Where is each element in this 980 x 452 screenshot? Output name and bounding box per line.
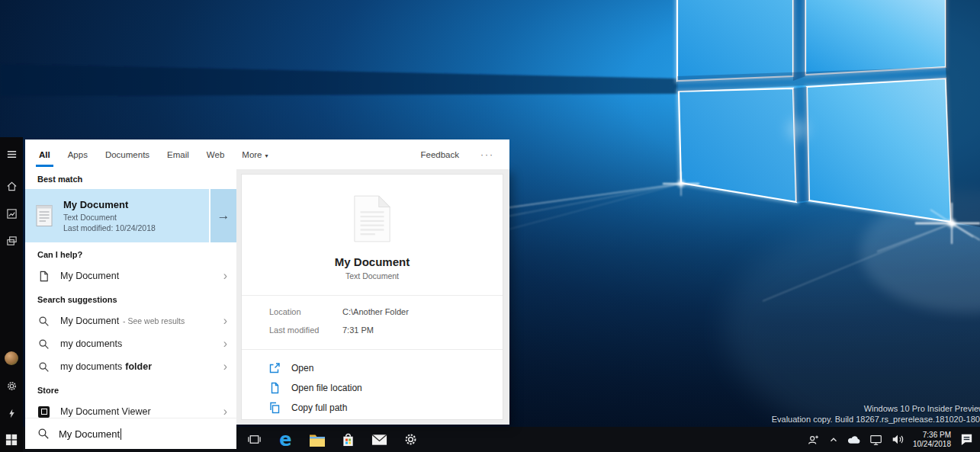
best-match-result[interactable]: My Document Text Document Last modified:… [25,189,236,242]
open-file-location-action[interactable]: Open file location [268,378,503,398]
tab-more-label: More [242,150,262,159]
search-icon [37,428,50,441]
action-center-icon [959,432,974,447]
document-outline-icon [37,270,50,283]
can-i-help-header: Can I help? [37,250,236,259]
home-icon [6,181,18,192]
chevron-right-icon: › [223,361,227,373]
rail-settings-button[interactable] [0,372,23,399]
taskbar-app-icons: e [239,427,426,452]
rail-home-button[interactable] [0,172,23,200]
power-bolt-icon [7,409,17,418]
suggestion-item[interactable]: my documents folder › [25,355,236,378]
tab-all[interactable]: All [39,150,50,159]
best-match-subtitle: Text Document [63,213,156,222]
settings-button[interactable] [395,427,426,452]
tab-email[interactable]: Email [167,150,189,159]
mail-icon [371,434,387,446]
tab-apps[interactable]: Apps [68,150,88,159]
detail-subtitle: Text Document [242,271,503,280]
edge-button[interactable]: e [270,427,301,452]
tab-documents-label: Documents [105,150,149,159]
task-view-button[interactable] [239,427,270,452]
search-input-value: My Document [59,428,120,440]
action-label: Copy full path [291,402,347,413]
rail-apps-button[interactable] [0,227,23,255]
search-results-list: Best match My Document Text Document Las… [25,169,236,449]
file-explorer-icon [309,433,326,447]
settings-gear-icon [6,380,18,392]
user-avatar [5,351,18,365]
result-label: My Document [60,271,119,281]
people-icon [807,433,821,447]
hamburger-menu-button[interactable] [0,140,23,168]
detail-title: My Document [242,255,503,268]
property-row: Last modified 7:31 PM [269,325,503,335]
best-match-header: Best match [37,175,236,184]
expand-result-button[interactable]: → [210,189,236,242]
feedback-button[interactable]: Feedback [420,150,459,159]
evaluation-watermark: Windows 10 Pro Insider Preview Evaluatio… [772,404,980,425]
open-icon [268,362,281,375]
store-header: Store [37,386,236,395]
watermark-line1: Windows 10 Pro Insider Preview [772,404,980,415]
onedrive-button[interactable] [843,427,866,452]
rail-account-button[interactable] [0,345,23,372]
detail-actions: Open Open file location Copy full path [242,350,503,418]
notepad-document-icon [25,204,63,227]
result-detail-card: My Document Text Document Location C:\An… [241,174,503,420]
search-tab-bar: All Apps Documents Email Web More▾ Feedb… [25,139,509,169]
search-icon [37,315,50,328]
property-value: C:\Another Folder [342,307,409,316]
tab-apps-label: Apps [68,150,88,159]
chevron-up-icon [828,434,839,445]
search-icon [37,361,50,373]
best-match-text: My Document Text Document Last modified:… [63,199,156,232]
tray-date: 10/24/2018 [913,440,951,449]
tab-documents[interactable]: Documents [105,150,149,159]
suggestion-item[interactable]: My Document - See web results › [25,309,236,332]
store-icon [341,432,355,447]
tab-all-label: All [39,150,50,159]
suggestion-label: my documents [60,338,122,349]
watermark-line2: Evaluation copy. Build 18267.rs_prerelea… [772,415,980,425]
detail-properties: Location C:\Another Folder Last modified… [242,296,503,335]
system-tray: 7:36 PM 10/24/2018 [803,427,978,452]
suggestion-item[interactable]: my documents › [25,332,236,355]
store-button[interactable] [333,427,364,452]
suggestion-label: my documents [60,361,122,372]
volume-button[interactable] [887,427,908,452]
tray-overflow-button[interactable] [824,427,843,452]
copy-full-path-action[interactable]: Copy full path [268,398,503,418]
network-button[interactable] [866,427,887,452]
tab-more[interactable]: More▾ [242,150,268,159]
copy-icon [268,402,281,415]
taskbar-search-input[interactable]: My Document [25,418,236,449]
start-button[interactable] [0,427,23,452]
people-button[interactable] [803,427,824,452]
property-label: Location [269,307,342,316]
overflow-menu-button[interactable]: ··· [480,149,494,160]
suggestion-label: My Document [60,316,119,326]
search-icon [37,338,50,351]
tray-time: 7:36 PM [913,431,951,440]
best-match-modified: Last modified: 10/24/2018 [63,223,156,232]
file-explorer-button[interactable] [301,427,333,452]
action-center-button[interactable] [956,427,978,452]
rail-timeline-button[interactable] [0,200,23,227]
chevron-right-icon: › [223,406,227,418]
mail-button[interactable] [364,427,395,452]
best-match-main[interactable]: My Document Text Document Last modified:… [25,189,209,242]
result-detail-panel: My Document Text Document Location C:\An… [236,169,509,425]
rail-power-button[interactable] [0,399,23,427]
open-action[interactable]: Open [268,358,503,378]
can-i-help-result[interactable]: My Document › [25,264,236,287]
property-value: 7:31 PM [342,325,374,335]
property-label: Last modified [269,325,342,335]
windows-start-icon [5,434,18,446]
best-match-title: My Document [63,199,156,210]
tray-clock[interactable]: 7:36 PM 10/24/2018 [908,431,956,449]
tab-web[interactable]: Web [207,150,224,159]
large-document-icon [352,194,393,243]
chevron-right-icon: › [223,315,227,327]
